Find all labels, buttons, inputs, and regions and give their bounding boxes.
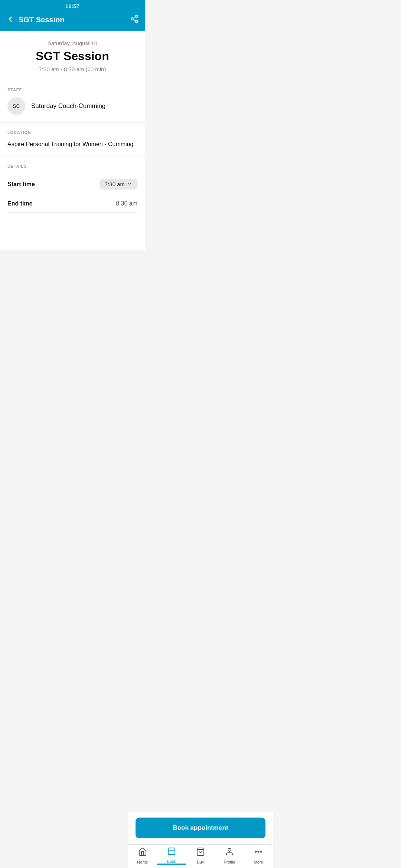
back-icon — [6, 15, 15, 25]
back-button[interactable]: SGT Session — [6, 15, 64, 25]
staff-section-label: STAFF — [7, 88, 137, 92]
staff-row: SC Saturday Coach-Cumming — [7, 97, 137, 122]
session-info: Saturday, August 10 SGT Session 7:30 am … — [0, 31, 145, 80]
start-time-label: Start time — [7, 181, 35, 188]
session-title: SGT Session — [7, 49, 137, 63]
session-date: Saturday, August 10 — [7, 40, 137, 46]
session-time: 7:30 am - 8:30 am (60 min) — [7, 66, 137, 72]
end-time-label: End time — [7, 200, 33, 207]
start-time-value: 7:30 am — [105, 181, 125, 187]
location-section-label: LOCATION — [7, 130, 137, 135]
details-section: DETAILS Start time 7:30 am End time 8:30… — [0, 156, 145, 213]
svg-line-4 — [133, 17, 136, 19]
chevron-down-icon — [127, 181, 132, 187]
header-title: SGT Session — [19, 16, 64, 24]
details-section-label: DETAILS — [7, 164, 137, 168]
status-time: 10:57 — [65, 3, 79, 9]
header: SGT Session — [0, 11, 145, 31]
end-time-row: End time 8:30 am — [7, 195, 137, 213]
staff-section: STAFF SC Saturday Coach-Cumming — [0, 80, 145, 122]
main-content: Saturday, August 10 SGT Session 7:30 am … — [0, 31, 145, 250]
location-section: LOCATION Aspire Personal Training for Wo… — [0, 122, 145, 156]
location-text: Aspire Personal Training for Women - Cum… — [7, 140, 137, 156]
status-bar: 10:57 — [0, 0, 145, 11]
staff-avatar-initials: SC — [13, 103, 20, 109]
start-time-row: Start time 7:30 am — [7, 174, 137, 195]
svg-line-3 — [133, 20, 136, 21]
share-icon[interactable] — [130, 14, 139, 25]
staff-name: Saturday Coach-Cumming — [31, 102, 105, 110]
end-time-value: 8:30 am — [116, 200, 137, 207]
staff-avatar: SC — [7, 97, 25, 115]
start-time-value-pill[interactable]: 7:30 am — [100, 179, 137, 190]
